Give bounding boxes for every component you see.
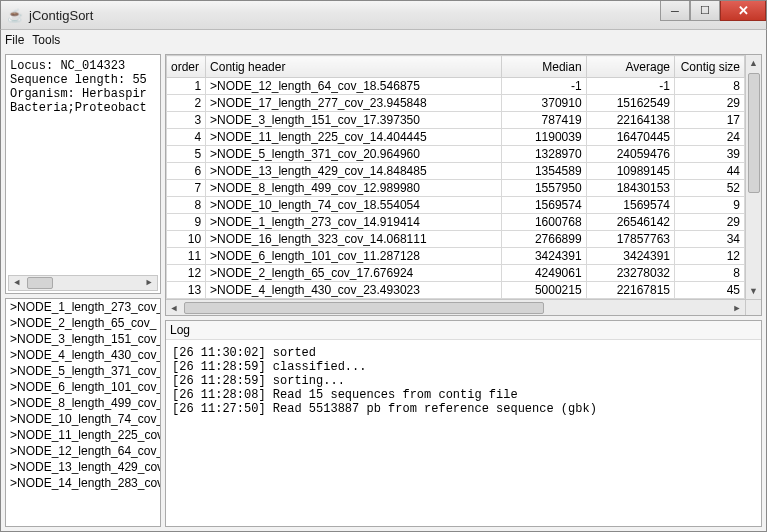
cell-average: 10989145: [586, 163, 674, 180]
table-row[interactable]: 4>NODE_11_length_225_cov_14.404445119003…: [167, 129, 745, 146]
table-vscrollbar[interactable]: ▲ ▼: [745, 55, 761, 299]
cell-header: >NODE_3_length_151_cov_17.397350: [206, 112, 502, 129]
contig-list[interactable]: >NODE_1_length_273_cov_>NODE_2_length_65…: [5, 298, 161, 527]
log-title: Log: [166, 321, 761, 340]
cell-median: 5000215: [502, 282, 586, 299]
table-row[interactable]: 6>NODE_13_length_429_cov_14.848485135458…: [167, 163, 745, 180]
info-seqlen: Sequence length: 55: [10, 73, 156, 87]
scroll-right-icon[interactable]: ►: [141, 276, 157, 290]
th-order[interactable]: order: [167, 56, 206, 78]
cell-average: 24059476: [586, 146, 674, 163]
window-title: jContigSort: [29, 8, 93, 23]
table-row[interactable]: 10>NODE_16_length_323_cov_14.06811127668…: [167, 231, 745, 248]
cell-order: 4: [167, 129, 206, 146]
log-panel: Log [26 11:30:02] sorted [26 11:28:59] c…: [165, 320, 762, 527]
cell-order: 11: [167, 248, 206, 265]
cell-median: 1569574: [502, 197, 586, 214]
list-item[interactable]: >NODE_5_length_371_cov_: [6, 363, 160, 379]
table-row[interactable]: 12>NODE_2_length_65_cov_17.6769244249061…: [167, 265, 745, 282]
cell-order: 9: [167, 214, 206, 231]
cell-order: 13: [167, 282, 206, 299]
cell-header: >NODE_4_length_430_cov_23.493023: [206, 282, 502, 299]
cell-header: >NODE_5_length_371_cov_20.964960: [206, 146, 502, 163]
info-organism: Organism: Herbaspir: [10, 87, 156, 101]
cell-average: 17857763: [586, 231, 674, 248]
info-hscrollbar[interactable]: ◄ ►: [8, 275, 158, 291]
cell-size: 34: [675, 231, 745, 248]
list-item[interactable]: >NODE_2_length_65_cov_: [6, 315, 160, 331]
vscroll-thumb[interactable]: [748, 73, 760, 193]
cell-size: 17: [675, 112, 745, 129]
th-median[interactable]: Median: [502, 56, 586, 78]
info-locus: Locus: NC_014323: [10, 59, 156, 73]
scroll-left-icon[interactable]: ◄: [9, 276, 25, 290]
list-item[interactable]: >NODE_12_length_64_cov_: [6, 443, 160, 459]
list-item[interactable]: >NODE_3_length_151_cov_: [6, 331, 160, 347]
table-row[interactable]: 13>NODE_4_length_430_cov_23.493023500021…: [167, 282, 745, 299]
list-item[interactable]: >NODE_11_length_225_cov_: [6, 427, 160, 443]
th-contig-header[interactable]: Contig header: [206, 56, 502, 78]
cell-header: >NODE_17_length_277_cov_23.945848: [206, 95, 502, 112]
menubar: File Tools: [0, 30, 767, 50]
table-row[interactable]: 11>NODE_6_length_101_cov_11.287128342439…: [167, 248, 745, 265]
hscroll-thumb[interactable]: [184, 302, 544, 314]
scroll-up-icon[interactable]: ▲: [747, 55, 761, 71]
log-body[interactable]: [26 11:30:02] sorted [26 11:28:59] class…: [166, 340, 761, 526]
maximize-button[interactable]: ☐: [690, 1, 720, 21]
cell-median: -1: [502, 78, 586, 95]
cell-header: >NODE_2_length_65_cov_17.676924: [206, 265, 502, 282]
table-row[interactable]: 9>NODE_1_length_273_cov_14.9194141600768…: [167, 214, 745, 231]
cell-header: >NODE_16_length_323_cov_14.068111: [206, 231, 502, 248]
scroll-right-icon[interactable]: ►: [729, 301, 745, 315]
table-hscrollbar[interactable]: ◄ ►: [166, 299, 745, 315]
list-item[interactable]: >NODE_14_length_283_cov_: [6, 475, 160, 491]
cell-header: >NODE_13_length_429_cov_14.848485: [206, 163, 502, 180]
menu-file[interactable]: File: [5, 33, 24, 47]
cell-size: 45: [675, 282, 745, 299]
hscroll-thumb[interactable]: [27, 277, 53, 289]
table-row[interactable]: 2>NODE_17_length_277_cov_23.945848370910…: [167, 95, 745, 112]
list-item[interactable]: >NODE_13_length_429_cov_: [6, 459, 160, 475]
cell-average: 22164138: [586, 112, 674, 129]
cell-size: 8: [675, 265, 745, 282]
list-item[interactable]: >NODE_4_length_430_cov_: [6, 347, 160, 363]
results-table-wrap: order Contig header Median Average Conti…: [165, 54, 762, 316]
cell-size: 29: [675, 95, 745, 112]
cell-order: 1: [167, 78, 206, 95]
th-average[interactable]: Average: [586, 56, 674, 78]
table-row[interactable]: 1>NODE_12_length_64_cov_18.546875-1-18: [167, 78, 745, 95]
cell-size: 39: [675, 146, 745, 163]
scroll-down-icon[interactable]: ▼: [747, 283, 761, 299]
cell-median: 2766899: [502, 231, 586, 248]
table-row[interactable]: 8>NODE_10_length_74_cov_18.5540541569574…: [167, 197, 745, 214]
cell-header: >NODE_8_length_499_cov_12.989980: [206, 180, 502, 197]
table-row[interactable]: 3>NODE_3_length_151_cov_17.3973507874192…: [167, 112, 745, 129]
cell-order: 2: [167, 95, 206, 112]
cell-median: 4249061: [502, 265, 586, 282]
list-item[interactable]: >NODE_6_length_101_cov_: [6, 379, 160, 395]
cell-median: 787419: [502, 112, 586, 129]
list-item[interactable]: >NODE_10_length_74_cov_: [6, 411, 160, 427]
table-row[interactable]: 7>NODE_8_length_499_cov_12.9899801557950…: [167, 180, 745, 197]
list-item[interactable]: >NODE_8_length_499_cov_: [6, 395, 160, 411]
list-item[interactable]: >NODE_1_length_273_cov_: [6, 299, 160, 315]
titlebar[interactable]: ☕ jContigSort ─ ☐ ✕: [0, 0, 767, 30]
cell-median: 3424391: [502, 248, 586, 265]
cell-order: 6: [167, 163, 206, 180]
cell-order: 8: [167, 197, 206, 214]
scroll-left-icon[interactable]: ◄: [166, 301, 182, 315]
menu-tools[interactable]: Tools: [32, 33, 60, 47]
cell-average: 3424391: [586, 248, 674, 265]
results-table[interactable]: order Contig header Median Average Conti…: [166, 55, 745, 299]
cell-size: 8: [675, 78, 745, 95]
minimize-button[interactable]: ─: [660, 1, 690, 21]
table-row[interactable]: 5>NODE_5_length_371_cov_20.9649601328970…: [167, 146, 745, 163]
cell-header: >NODE_1_length_273_cov_14.919414: [206, 214, 502, 231]
cell-median: 1354589: [502, 163, 586, 180]
info-taxonomy: Bacteria;Proteobact: [10, 101, 156, 115]
cell-average: 22167815: [586, 282, 674, 299]
th-contig-size[interactable]: Contig size: [675, 56, 745, 78]
close-button[interactable]: ✕: [720, 1, 766, 21]
cell-order: 10: [167, 231, 206, 248]
cell-size: 52: [675, 180, 745, 197]
